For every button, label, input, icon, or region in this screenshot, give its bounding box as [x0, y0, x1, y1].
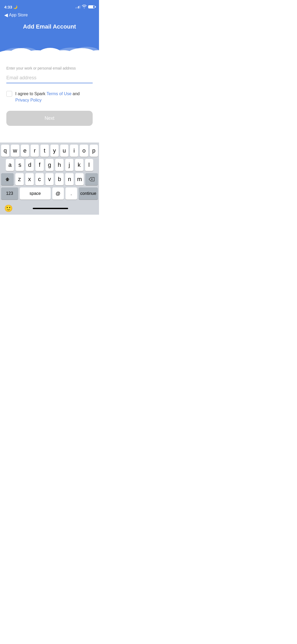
keyboard-row-1: q w e r t y u i o p	[1, 145, 98, 157]
privacy-policy-link[interactable]: Privacy Policy	[15, 98, 42, 102]
key-q[interactable]: q	[1, 145, 9, 157]
key-t[interactable]: t	[40, 145, 49, 157]
content-area: Enter your work or personal email addres…	[0, 57, 99, 131]
keyboard-row-4: 123 space @ . continue	[1, 187, 98, 200]
terms-text: I agree to Spark Terms of Use and Privac…	[15, 91, 80, 103]
key-u[interactable]: u	[60, 145, 68, 157]
status-right	[76, 5, 95, 9]
terms-prefix: I agree to Spark	[15, 91, 46, 96]
signal-icon	[76, 6, 80, 8]
key-o[interactable]: o	[80, 145, 88, 157]
key-j[interactable]: j	[65, 159, 73, 171]
key-g[interactable]: g	[45, 159, 54, 171]
period-key[interactable]: .	[65, 187, 77, 200]
terms-mid: and	[72, 91, 80, 96]
key-y[interactable]: y	[50, 145, 59, 157]
keyboard-row-2: a s d f g h j k l	[1, 159, 98, 171]
clouds-decoration	[0, 35, 99, 57]
terms-row: I agree to Spark Terms of Use and Privac…	[6, 91, 93, 103]
key-r[interactable]: r	[31, 145, 39, 157]
page-title: Add Email Account	[0, 21, 99, 35]
key-h[interactable]: h	[55, 159, 63, 171]
shift-key[interactable]	[1, 173, 14, 185]
at-key[interactable]: @	[52, 187, 64, 200]
emoji-button[interactable]: 🙂	[4, 204, 13, 213]
key-x[interactable]: x	[25, 173, 34, 185]
key-l[interactable]: l	[85, 159, 93, 171]
status-bar: 4:33 🌙	[0, 0, 99, 12]
terms-of-use-link[interactable]: Terms of Use	[46, 91, 71, 96]
key-v[interactable]: v	[45, 173, 54, 185]
key-i[interactable]: i	[70, 145, 78, 157]
bottom-bar: 🙂	[0, 203, 99, 215]
back-button[interactable]: ◀ App Store	[4, 13, 28, 17]
keyboard-row-3: z x c v b n m	[1, 173, 98, 185]
email-input-label: Enter your work or personal email addres…	[6, 66, 93, 70]
keyboard-rows: q w e r t y u i o p a s d f g h j k l	[0, 142, 99, 203]
key-n[interactable]: n	[65, 173, 74, 185]
key-b[interactable]: b	[55, 173, 64, 185]
wifi-icon	[82, 5, 87, 9]
key-a[interactable]: a	[6, 159, 14, 171]
nav-bar: ◀ App Store	[0, 12, 99, 21]
key-s[interactable]: s	[16, 159, 24, 171]
key-k[interactable]: k	[75, 159, 83, 171]
status-left: 4:33 🌙	[4, 5, 17, 9]
terms-checkbox[interactable]	[6, 91, 12, 97]
key-z[interactable]: z	[15, 173, 24, 185]
backspace-key[interactable]	[85, 173, 98, 185]
key-c[interactable]: c	[35, 173, 44, 185]
status-time: 4:33	[4, 5, 12, 9]
space-key[interactable]: space	[20, 187, 51, 200]
back-label: App Store	[9, 13, 28, 17]
key-e[interactable]: e	[21, 145, 29, 157]
moon-icon: 🌙	[13, 5, 17, 9]
home-indicator	[33, 208, 68, 209]
keyboard-area: q w e r t y u i o p a s d f g h j k l	[0, 142, 99, 215]
email-field[interactable]	[6, 73, 93, 83]
num-key[interactable]: 123	[1, 187, 18, 200]
next-button[interactable]: Next	[6, 111, 93, 126]
header-area: Add Email Account	[0, 21, 99, 57]
key-w[interactable]: w	[11, 145, 19, 157]
key-d[interactable]: d	[26, 159, 34, 171]
battery-icon	[88, 5, 95, 8]
key-f[interactable]: f	[35, 159, 44, 171]
key-p[interactable]: p	[90, 145, 98, 157]
email-input-wrapper	[6, 73, 93, 83]
continue-key[interactable]: continue	[79, 187, 98, 200]
back-chevron-icon: ◀	[4, 13, 8, 17]
key-m[interactable]: m	[75, 173, 84, 185]
